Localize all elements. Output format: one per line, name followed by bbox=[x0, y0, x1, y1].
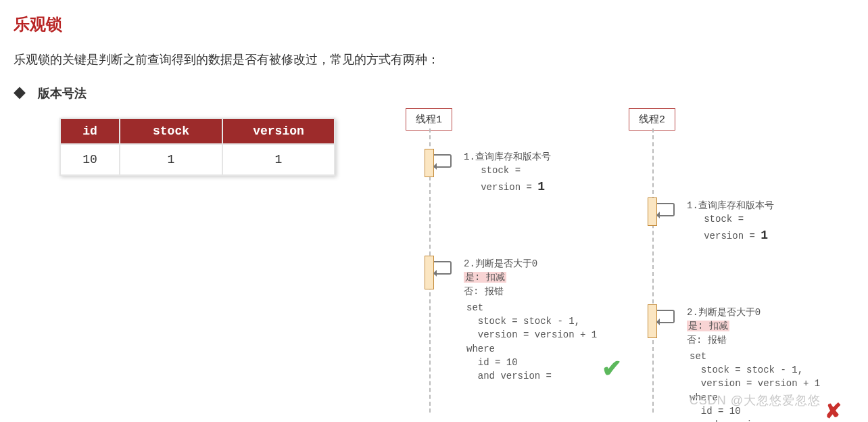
value-1: 1 bbox=[537, 180, 545, 193]
thread2-step1: 1.查询库存和版本号 stock = version = 1 bbox=[687, 199, 774, 244]
data-table-wrap: id stock version 10 1 1 bbox=[59, 118, 335, 176]
step-title: 1.查询库存和版本号 bbox=[687, 200, 774, 211]
th-version: version bbox=[223, 119, 334, 143]
thread1-step1: 1.查询库存和版本号 stock = version = 1 bbox=[464, 150, 551, 195]
version-line: version = bbox=[481, 182, 532, 193]
thread2-header: 线程2 bbox=[629, 108, 675, 131]
sequence-diagram: 线程1 1.查询库存和版本号 stock = version = 1 2.判断是… bbox=[392, 108, 865, 419]
no-branch: 否: 报错 bbox=[687, 335, 727, 346]
description-text: 乐观锁的关键是判断之前查询得到的数据是否有被修改过，常见的方式有两种： bbox=[14, 51, 854, 68]
thread2-lifeline bbox=[652, 128, 654, 413]
step-title: 2.判断是否大于0 bbox=[464, 258, 537, 269]
cell-id: 10 bbox=[61, 145, 119, 174]
th-stock: stock bbox=[120, 119, 222, 143]
self-arrow-icon bbox=[434, 261, 452, 275]
no-branch: 否: 报错 bbox=[464, 286, 504, 297]
sql-code: set stock = stock - 1, version = version… bbox=[466, 301, 597, 383]
section-heading: ◆ 版本号法 bbox=[14, 85, 854, 101]
version-line: version = bbox=[704, 231, 755, 241]
yes-branch: 是: 扣减 bbox=[464, 272, 506, 283]
thread1-header: 线程1 bbox=[406, 108, 452, 131]
yes-branch: 是: 扣减 bbox=[687, 321, 729, 331]
cell-version: 1 bbox=[223, 145, 334, 174]
step-title: 1.查询库存和版本号 bbox=[464, 151, 551, 162]
self-arrow-icon bbox=[434, 154, 452, 168]
check-icon: ✔ bbox=[602, 354, 622, 383]
sql-code: set stock = stock - 1, version = version… bbox=[690, 350, 820, 422]
self-arrow-icon bbox=[657, 203, 675, 216]
thread1-step2: 2.判断是否大于0 是: 扣减 否: 报错 set stock = stock … bbox=[464, 257, 597, 383]
stock-line: stock = bbox=[481, 165, 521, 176]
self-arrow-icon bbox=[657, 310, 675, 323]
step-title: 2.判断是否大于0 bbox=[687, 307, 761, 318]
cross-icon: ✘ bbox=[825, 399, 842, 422]
stock-line: stock = bbox=[704, 214, 744, 225]
cell-stock: 1 bbox=[120, 145, 222, 174]
watermark-text: CSDN @大忽悠爱忽悠 bbox=[690, 392, 821, 408]
th-id: id bbox=[61, 119, 119, 143]
page-title: 乐观锁 bbox=[14, 14, 854, 35]
value-1: 1 bbox=[761, 229, 768, 242]
data-table: id stock version 10 1 1 bbox=[59, 118, 335, 176]
table-row: 10 1 1 bbox=[61, 145, 334, 174]
